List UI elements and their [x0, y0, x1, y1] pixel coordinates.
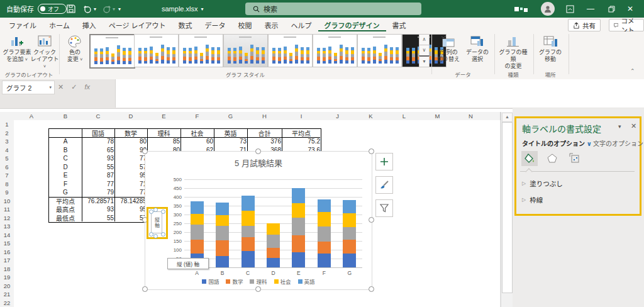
- grid-cell[interactable]: [14, 163, 50, 172]
- grid-cell[interactable]: [421, 146, 455, 155]
- bar-segment-国語[interactable]: [267, 258, 280, 267]
- grid-cell[interactable]: [454, 205, 488, 215]
- chart-style-thumbnail-1[interactable]: [89, 34, 135, 69]
- vertical-scrollbar[interactable]: ▲: [501, 112, 513, 307]
- grid-cell[interactable]: [454, 171, 488, 181]
- chart-style-thumbnail-7[interactable]: [357, 34, 402, 67]
- grid-cell[interactable]: [114, 222, 148, 232]
- bar-segment-国語[interactable]: [343, 254, 356, 267]
- grid-cell[interactable]: [387, 129, 421, 138]
- grid-cell[interactable]: [114, 273, 148, 282]
- grid-cell[interactable]: [354, 137, 388, 147]
- column-header-F[interactable]: F: [180, 112, 214, 121]
- bar-segment-数学[interactable]: [318, 242, 331, 254]
- grid-cell[interactable]: [454, 154, 488, 164]
- table-row-label[interactable]: 平均点: [49, 197, 82, 206]
- bar-segment-理科[interactable]: [292, 218, 305, 235]
- grid-cell[interactable]: [421, 282, 455, 291]
- bar-segment-数学[interactable]: [191, 240, 204, 254]
- grid-cell[interactable]: [14, 188, 50, 198]
- grid-cell[interactable]: [321, 299, 355, 307]
- column-header-K[interactable]: K: [354, 112, 388, 121]
- row-header-16[interactable]: 16: [0, 248, 14, 257]
- add-chart-element-button[interactable]: グラフ要素を追加 ˅: [3, 34, 31, 72]
- grid-cell[interactable]: [387, 239, 421, 248]
- table-cell[interactable]: 95: [114, 171, 148, 180]
- grid-cell[interactable]: [49, 290, 82, 299]
- table-cell[interactable]: 85: [147, 137, 182, 146]
- row-header-14[interactable]: 14: [0, 231, 14, 240]
- grid-cell[interactable]: [82, 290, 115, 299]
- bar-segment-社会[interactable]: [267, 223, 280, 235]
- grid-cell[interactable]: [114, 248, 148, 257]
- bar-segment-国語[interactable]: [292, 252, 305, 267]
- table-cell[interactable]: 55: [82, 163, 116, 172]
- cancel-icon[interactable]: ✕: [58, 83, 64, 91]
- table-row-label[interactable]: G: [49, 188, 82, 197]
- size-properties-icon[interactable]: [567, 151, 583, 166]
- column-header-C[interactable]: C: [82, 112, 115, 121]
- grid-cell[interactable]: [14, 222, 50, 232]
- grid-cell[interactable]: [454, 273, 488, 282]
- grid-cell[interactable]: [454, 180, 488, 189]
- grid-cell[interactable]: [82, 299, 115, 307]
- row-header-20[interactable]: 20: [0, 282, 14, 291]
- row-header-15[interactable]: 15: [0, 239, 14, 248]
- grid-cell[interactable]: [387, 290, 421, 299]
- bar-segment-社会[interactable]: [216, 215, 229, 226]
- bar-segment-理科[interactable]: [267, 235, 280, 248]
- chart-selection-handle[interactable]: [369, 286, 374, 292]
- formula-input[interactable]: [115, 79, 644, 108]
- bar-segment-国語[interactable]: [242, 251, 255, 267]
- redo-button[interactable]: ▾: [102, 0, 115, 18]
- row-header-9[interactable]: 9: [0, 188, 14, 198]
- tab-グラフのデザイン[interactable]: グラフのデザイン: [318, 18, 386, 32]
- table-cell[interactable]: 77: [82, 180, 116, 189]
- grid-cell[interactable]: [49, 282, 82, 291]
- grid-cell[interactable]: [487, 120, 501, 130]
- grid-cell[interactable]: [454, 299, 488, 307]
- grid-cell[interactable]: [247, 290, 282, 299]
- pane-tab-text-options[interactable]: 文字のオプション: [593, 138, 643, 148]
- grid-cell[interactable]: [14, 282, 50, 291]
- legend-item-理科[interactable]: 理科: [250, 277, 267, 285]
- grid-cell[interactable]: [214, 299, 248, 307]
- grid-cell[interactable]: [387, 248, 421, 257]
- bar-segment-英語[interactable]: [292, 188, 305, 203]
- chart-selection-handle[interactable]: [142, 286, 148, 292]
- row-header-7[interactable]: 7: [0, 171, 14, 181]
- bar-segment-英語[interactable]: [191, 201, 204, 214]
- grid-cell[interactable]: [49, 222, 82, 232]
- grid-cell[interactable]: [321, 129, 355, 138]
- grid-cell[interactable]: [82, 248, 115, 257]
- grid-cell[interactable]: [82, 239, 115, 248]
- grid-cell[interactable]: [421, 265, 455, 274]
- table-row-label[interactable]: A: [49, 137, 82, 146]
- grid-cell[interactable]: [487, 154, 501, 164]
- row-header-11[interactable]: 11: [0, 205, 14, 215]
- chart-selection-handle[interactable]: [255, 286, 261, 292]
- tab-データ[interactable]: データ: [199, 18, 232, 32]
- tab-書式[interactable]: 書式: [386, 18, 413, 32]
- grid-cell[interactable]: [454, 163, 488, 172]
- grid-cell[interactable]: [114, 299, 148, 307]
- grid-cell[interactable]: [487, 231, 501, 240]
- grid-cell[interactable]: [487, 248, 501, 257]
- bar-segment-理科[interactable]: [191, 225, 204, 240]
- grid-cell[interactable]: [14, 180, 50, 189]
- grid-cell[interactable]: [14, 154, 50, 164]
- bar-segment-理科[interactable]: [318, 226, 331, 242]
- legend-item-数学[interactable]: 数学: [226, 277, 243, 285]
- section-fill[interactable]: ▷ 塗りつぶし: [522, 179, 563, 188]
- share-button[interactable]: 共有: [568, 19, 601, 31]
- tab-ページ レイアウト[interactable]: ページ レイアウト: [103, 18, 172, 32]
- table-cell[interactable]: 55: [82, 214, 116, 223]
- table-row-label[interactable]: 最高点: [49, 205, 82, 214]
- column-header-D[interactable]: D: [114, 112, 148, 121]
- table-header-cell[interactable]: 平均点: [282, 129, 321, 138]
- grid-cell[interactable]: [354, 299, 388, 307]
- grid-cell[interactable]: [421, 163, 455, 172]
- grid-cell[interactable]: [14, 231, 50, 240]
- grid-cell[interactable]: [14, 265, 50, 274]
- grid-cell[interactable]: [82, 231, 115, 240]
